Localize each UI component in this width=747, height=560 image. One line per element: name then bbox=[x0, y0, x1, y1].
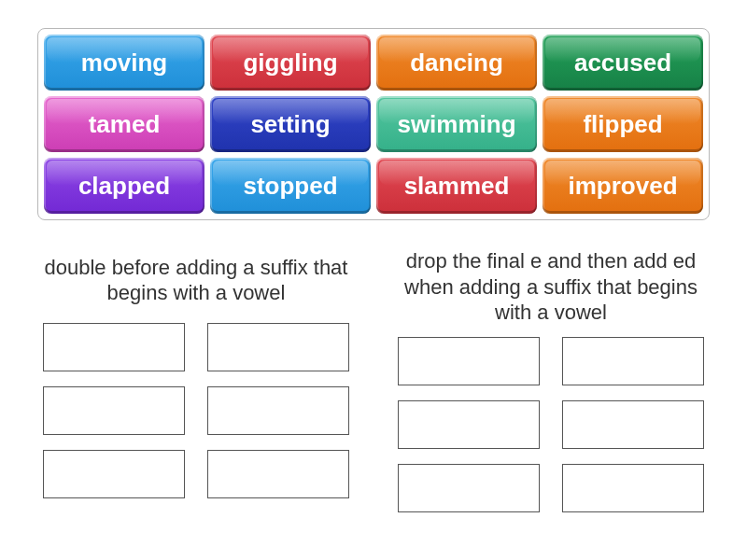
group-slots bbox=[43, 323, 349, 498]
group-double: double before adding a suffix that begin… bbox=[37, 248, 355, 512]
tile-bin: moving giggling dancing accused tamed se… bbox=[37, 28, 710, 220]
group-drop-e: drop the final e and then add ed when ad… bbox=[392, 248, 710, 512]
drop-slot[interactable] bbox=[43, 450, 185, 498]
word-tile[interactable]: moving bbox=[44, 35, 204, 91]
word-tile[interactable]: accused bbox=[543, 35, 703, 91]
drop-slot[interactable] bbox=[398, 464, 540, 512]
word-tile[interactable]: tamed bbox=[44, 96, 204, 152]
drop-slot[interactable] bbox=[398, 337, 540, 385]
drop-slot[interactable] bbox=[562, 337, 704, 385]
word-tile[interactable]: setting bbox=[210, 96, 371, 152]
word-tile[interactable]: swimming bbox=[376, 96, 537, 152]
word-tile[interactable]: stopped bbox=[210, 158, 371, 214]
drop-slot[interactable] bbox=[43, 386, 185, 435]
drop-slot[interactable] bbox=[207, 386, 349, 435]
word-tile[interactable]: clapped bbox=[44, 158, 204, 214]
drop-slot[interactable] bbox=[562, 400, 704, 449]
group-slots bbox=[398, 337, 704, 512]
activity-stage: moving giggling dancing accused tamed se… bbox=[0, 0, 747, 560]
word-tile[interactable]: flipped bbox=[543, 96, 703, 152]
drop-slot[interactable] bbox=[207, 450, 349, 498]
word-tile[interactable]: improved bbox=[543, 158, 703, 214]
drop-slot[interactable] bbox=[43, 323, 185, 371]
word-tile[interactable]: giggling bbox=[210, 35, 371, 91]
group-title: double before adding a suffix that begin… bbox=[37, 248, 355, 312]
drop-slot[interactable] bbox=[207, 323, 349, 371]
word-tile[interactable]: slammed bbox=[376, 158, 537, 214]
word-tile[interactable]: dancing bbox=[376, 35, 537, 91]
drop-slot[interactable] bbox=[398, 400, 540, 449]
group-title: drop the final e and then add ed when ad… bbox=[392, 248, 710, 326]
drop-slot[interactable] bbox=[562, 464, 704, 512]
drop-groups: double before adding a suffix that begin… bbox=[37, 248, 710, 512]
